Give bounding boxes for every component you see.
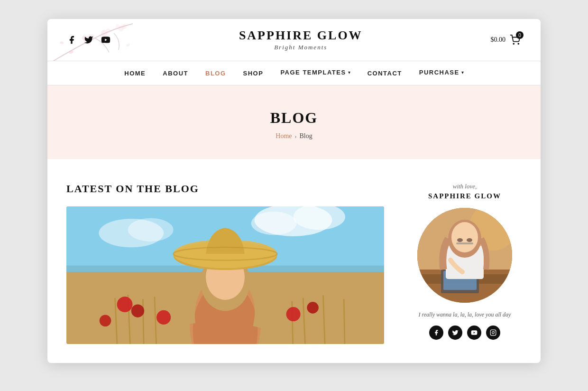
breadcrumb: Home › Blog (57, 132, 531, 140)
svg-point-30 (131, 305, 144, 317)
sidebar-avatar (417, 208, 512, 303)
header-cart[interactable]: $0.00 0 (491, 33, 522, 47)
svg-point-29 (117, 297, 133, 312)
page-hero: BLOG Home › Blog (47, 85, 541, 159)
sidebar-with-love: with love, (408, 183, 522, 190)
header-social-icons (66, 35, 111, 45)
svg-point-34 (307, 302, 319, 314)
nav-item-shop[interactable]: SHOP (243, 69, 264, 77)
cart-badge: 0 (516, 31, 524, 39)
nav-link-page-templates[interactable]: PAGE TEMPLATES (280, 69, 346, 76)
sidebar-social-icons (408, 326, 522, 340)
breadcrumb-home-link[interactable]: Home (276, 132, 292, 140)
main-content: LATEST ON THE BLOG (47, 159, 541, 363)
header-inner: SAPPHIRE GLOW Bright Moments $0.00 0 (66, 28, 522, 51)
facebook-icon[interactable] (66, 35, 77, 45)
featured-post-image[interactable] (66, 206, 384, 344)
breadcrumb-current: Blog (299, 132, 312, 140)
nav-link-contact[interactable]: CONTACT (368, 70, 402, 77)
cart-price: $0.00 (491, 36, 506, 44)
site-branding: SAPPHIRE GLOW Bright Moments (111, 28, 491, 51)
svg-point-51 (451, 222, 478, 252)
svg-point-32 (100, 315, 111, 326)
nav-item-contact[interactable]: CONTACT (368, 69, 402, 77)
svg-point-11 (513, 43, 514, 44)
nav-link-shop[interactable]: SHOP (243, 70, 264, 77)
nav-item-blog[interactable]: BLOG (205, 69, 226, 77)
svg-rect-54 (456, 242, 473, 244)
sidebar-facebook-icon[interactable] (429, 326, 443, 340)
svg-point-19 (128, 218, 174, 242)
blog-sidebar: with love, SAPPHIRE GLOW (408, 183, 522, 340)
nav-link-about[interactable]: ABOUT (163, 70, 188, 77)
nav-link-blog[interactable]: BLOG (205, 70, 226, 77)
svg-point-31 (156, 310, 171, 325)
nav-item-page-templates[interactable]: PAGE TEMPLATES ▾ (280, 69, 350, 77)
site-nav: HOME ABOUT BLOG SHOP PAGE TEMPLATES ▾ CO… (47, 61, 541, 85)
site-tagline: Bright Moments (111, 44, 491, 51)
latest-on-blog-title: LATEST ON THE BLOG (66, 183, 384, 195)
cart-icon[interactable]: 0 (508, 33, 522, 47)
svg-point-52 (457, 238, 463, 242)
purchase-arrow: ▾ (461, 70, 464, 75)
browser-window: SAPPHIRE GLOW Bright Moments $0.00 0 (47, 19, 541, 363)
twitter-icon[interactable] (83, 35, 94, 45)
nav-item-purchase[interactable]: PURCHASE ▾ (419, 69, 464, 77)
breadcrumb-separator: › (294, 133, 296, 140)
nav-item-home[interactable]: HOME (124, 69, 146, 77)
sidebar-quote: I really wanna la, la, la, love you all … (408, 310, 522, 319)
sidebar-brand-name: SAPPHIRE GLOW (408, 192, 522, 200)
sidebar-twitter-icon[interactable] (448, 326, 462, 340)
page-hero-title: BLOG (57, 109, 531, 127)
svg-point-6 (116, 24, 119, 28)
page-templates-arrow: ▾ (348, 70, 350, 75)
nav-item-about[interactable]: ABOUT (163, 69, 188, 77)
sidebar-instagram-icon[interactable] (486, 326, 500, 340)
svg-point-33 (286, 307, 301, 321)
nav-link-home[interactable]: HOME (124, 70, 146, 77)
youtube-icon[interactable] (101, 35, 111, 45)
svg-rect-55 (490, 330, 496, 335)
site-title: SAPPHIRE GLOW (111, 28, 491, 43)
svg-point-17 (251, 212, 297, 235)
svg-point-9 (59, 41, 64, 45)
svg-point-53 (467, 238, 472, 242)
svg-point-12 (518, 43, 519, 44)
site-header: SAPPHIRE GLOW Bright Moments $0.00 0 (47, 19, 541, 61)
sidebar-youtube-icon[interactable] (467, 326, 481, 340)
blog-main: LATEST ON THE BLOG (66, 183, 384, 344)
nav-link-purchase[interactable]: PURCHASE (419, 69, 459, 76)
nav-menu: HOME ABOUT BLOG SHOP PAGE TEMPLATES ▾ CO… (124, 61, 463, 85)
